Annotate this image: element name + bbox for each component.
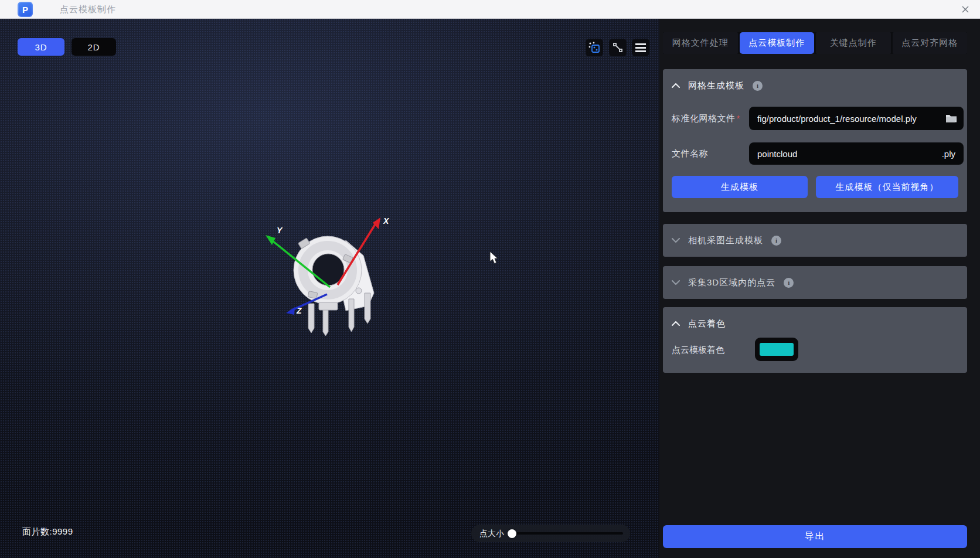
viewport-3d[interactable]: 3D 2D — [0, 19, 659, 558]
axis-x-label: X — [383, 216, 390, 226]
folder-icon — [945, 114, 957, 123]
file-name-input[interactable]: pointcloud .ply — [749, 142, 964, 165]
tab-keypoint-creation[interactable]: 关键点制作 — [816, 32, 891, 54]
mesh-file-value: fig/product/product_1/resource/model.ply — [757, 107, 917, 130]
chevron-down-icon — [672, 238, 680, 243]
point-size-label: 点大小 — [479, 525, 504, 542]
file-name-value: pointcloud — [757, 142, 797, 165]
color-swatch — [760, 343, 794, 356]
chevron-up-icon — [672, 83, 680, 88]
logo-letter: P — [22, 5, 28, 15]
tab-pointcloud-template[interactable]: 点云模板制作 — [740, 32, 815, 54]
info-icon[interactable]: i — [784, 278, 794, 288]
required-asterisk: * — [737, 113, 740, 123]
section-title: 网格生成模板 — [688, 80, 744, 91]
point-size-control: 点大小 — [471, 525, 630, 542]
chevron-up-icon — [672, 321, 680, 326]
point-size-slider-thumb[interactable] — [508, 529, 516, 538]
point-select-tool-button[interactable] — [586, 39, 603, 56]
point-size-slider-track[interactable] — [513, 532, 623, 535]
tab-pointcloud-align-mesh[interactable]: 点云对齐网格 — [893, 32, 968, 54]
tab-mesh-file-processing[interactable]: 网格文件处理 — [663, 32, 738, 54]
template-color-picker[interactable] — [755, 338, 798, 361]
axis-y-label: Y — [277, 226, 283, 235]
section-camera-capture[interactable]: 相机采图生成模板 i — [663, 224, 967, 257]
section-collect-3d-region[interactable]: 采集3D区域内的点云 i — [663, 266, 967, 299]
section-coloring-header[interactable]: 点云着色 — [672, 307, 726, 340]
info-icon[interactable]: i — [771, 236, 781, 246]
menu-button[interactable] — [632, 39, 649, 56]
mouse-cursor — [489, 251, 500, 265]
view-2d-button[interactable]: 2D — [72, 38, 116, 56]
app-title: 点云模板制作 — [60, 0, 116, 19]
section-pointcloud-coloring: 点云着色 点云模板着色 — [663, 307, 967, 373]
template-color-label: 点云模板着色 — [672, 339, 724, 361]
polyline-icon — [611, 41, 624, 54]
file-name-label: 文件名称 — [672, 142, 708, 165]
section-title: 点云着色 — [688, 318, 726, 329]
axis-z-label: Z — [296, 306, 302, 315]
polyline-tool-button[interactable] — [609, 39, 627, 56]
point-select-icon — [588, 41, 601, 54]
section-title: 相机采图生成模板 — [688, 235, 763, 246]
chevron-down-icon — [672, 280, 680, 285]
info-icon[interactable]: i — [753, 81, 763, 91]
app-logo-icon: P — [18, 2, 33, 17]
mesh-file-input[interactable]: fig/product/product_1/resource/model.ply — [749, 107, 964, 130]
close-button[interactable] — [958, 2, 973, 16]
generate-template-current-view-button[interactable]: 生成模板（仅当前视角） — [816, 176, 958, 198]
3d-model[interactable]: Y X Z — [258, 205, 410, 340]
section-title: 采集3D区域内的点云 — [688, 277, 775, 288]
file-extension-suffix: .ply — [942, 142, 955, 165]
export-button[interactable]: 导出 — [663, 525, 967, 548]
view-3d-button[interactable]: 3D — [18, 38, 64, 56]
generate-template-button[interactable]: 生成模板 — [672, 176, 808, 198]
section-mesh-template-header[interactable]: 网格生成模板 i — [672, 69, 763, 102]
face-count-label: 面片数:9999 — [22, 526, 73, 537]
app-window: P 点云模板制作 3D 2D — [0, 0, 980, 558]
browse-file-button[interactable] — [944, 111, 959, 125]
section-mesh-template: 网格生成模板 i 标准化网格文件* fig/product/product_1/… — [663, 69, 967, 212]
close-icon — [961, 5, 969, 13]
mesh-file-label: 标准化网格文件* — [672, 107, 740, 130]
titlebar: P 点云模板制作 — [0, 0, 980, 19]
right-panel: 网格文件处理 点云模板制作 关键点制作 点云对齐网格 网格生成模板 i 标准化网… — [659, 19, 980, 558]
menu-icon — [635, 43, 646, 52]
panel-tabs: 网格文件处理 点云模板制作 关键点制作 点云对齐网格 — [663, 32, 967, 54]
